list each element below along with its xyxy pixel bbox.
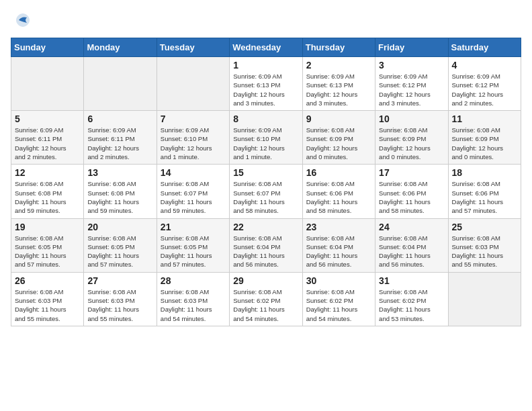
day-info: Sunrise: 6:08 AM Sunset: 6:03 PM Dayligh… [87, 287, 152, 323]
logo [11, 11, 32, 30]
day-info: Sunrise: 6:08 AM Sunset: 6:03 PM Dayligh… [452, 234, 517, 269]
day-number: 2 [306, 60, 371, 71]
weekday-header: Friday [375, 38, 448, 57]
day-number: 29 [233, 275, 298, 286]
calendar-cell [84, 57, 157, 111]
calendar-cell: 4Sunrise: 6:09 AM Sunset: 6:12 PM Daylig… [448, 57, 521, 111]
day-info: Sunrise: 6:09 AM Sunset: 6:10 PM Dayligh… [233, 126, 298, 161]
calendar-cell: 23Sunrise: 6:08 AM Sunset: 6:04 PM Dayli… [302, 218, 375, 272]
calendar-cell: 11Sunrise: 6:08 AM Sunset: 6:09 PM Dayli… [448, 111, 521, 165]
day-info: Sunrise: 6:08 AM Sunset: 6:02 PM Dayligh… [306, 287, 371, 323]
calendar-cell: 31Sunrise: 6:08 AM Sunset: 6:02 PM Dayli… [375, 272, 448, 326]
calendar-table: SundayMondayTuesdayWednesdayThursdayFrid… [11, 38, 521, 326]
calendar-cell: 28Sunrise: 6:08 AM Sunset: 6:03 PM Dayli… [157, 272, 229, 326]
calendar-cell: 18Sunrise: 6:08 AM Sunset: 6:06 PM Dayli… [448, 165, 521, 218]
day-number: 27 [87, 275, 152, 286]
day-number: 31 [379, 275, 444, 286]
day-number: 30 [306, 275, 371, 286]
day-info: Sunrise: 6:08 AM Sunset: 6:04 PM Dayligh… [233, 234, 298, 269]
day-info: Sunrise: 6:08 AM Sunset: 6:03 PM Dayligh… [161, 287, 226, 323]
day-number: 8 [233, 113, 298, 124]
calendar-cell: 16Sunrise: 6:08 AM Sunset: 6:06 PM Dayli… [302, 165, 375, 218]
calendar-cell: 1Sunrise: 6:09 AM Sunset: 6:13 PM Daylig… [230, 57, 302, 111]
calendar-cell: 8Sunrise: 6:09 AM Sunset: 6:10 PM Daylig… [230, 111, 302, 165]
day-number: 15 [233, 167, 298, 178]
calendar-cell: 9Sunrise: 6:08 AM Sunset: 6:09 PM Daylig… [302, 111, 375, 165]
calendar-cell: 3Sunrise: 6:09 AM Sunset: 6:12 PM Daylig… [375, 57, 448, 111]
weekday-header: Wednesday [230, 38, 302, 57]
calendar-week-row: 19Sunrise: 6:08 AM Sunset: 6:05 PM Dayli… [11, 218, 521, 272]
calendar-cell: 26Sunrise: 6:08 AM Sunset: 6:03 PM Dayli… [11, 272, 84, 326]
calendar-cell: 17Sunrise: 6:08 AM Sunset: 6:06 PM Dayli… [375, 165, 448, 218]
calendar-cell: 5Sunrise: 6:09 AM Sunset: 6:11 PM Daylig… [11, 111, 84, 165]
day-info: Sunrise: 6:08 AM Sunset: 6:04 PM Dayligh… [306, 234, 371, 269]
calendar-week-row: 5Sunrise: 6:09 AM Sunset: 6:11 PM Daylig… [11, 111, 521, 165]
day-number: 28 [161, 275, 226, 286]
calendar-cell [157, 57, 229, 111]
calendar-cell: 27Sunrise: 6:08 AM Sunset: 6:03 PM Dayli… [84, 272, 157, 326]
day-info: Sunrise: 6:09 AM Sunset: 6:12 PM Dayligh… [452, 72, 517, 107]
day-number: 23 [306, 222, 371, 232]
day-info: Sunrise: 6:09 AM Sunset: 6:10 PM Dayligh… [161, 126, 226, 161]
calendar-week-row: 12Sunrise: 6:08 AM Sunset: 6:08 PM Dayli… [11, 165, 521, 218]
day-number: 17 [379, 167, 444, 178]
day-number: 6 [87, 113, 152, 124]
calendar-cell: 12Sunrise: 6:08 AM Sunset: 6:08 PM Dayli… [11, 165, 84, 218]
day-number: 3 [379, 60, 444, 71]
day-number: 19 [15, 222, 80, 232]
day-info: Sunrise: 6:08 AM Sunset: 6:05 PM Dayligh… [15, 234, 80, 269]
calendar-cell: 7Sunrise: 6:09 AM Sunset: 6:10 PM Daylig… [157, 111, 229, 165]
day-number: 18 [452, 167, 517, 178]
calendar-cell [11, 57, 84, 111]
day-info: Sunrise: 6:08 AM Sunset: 6:03 PM Dayligh… [15, 287, 80, 323]
weekday-header: Tuesday [157, 38, 229, 57]
day-info: Sunrise: 6:08 AM Sunset: 6:08 PM Dayligh… [87, 179, 152, 215]
day-info: Sunrise: 6:08 AM Sunset: 6:06 PM Dayligh… [452, 179, 517, 215]
day-info: Sunrise: 6:09 AM Sunset: 6:11 PM Dayligh… [87, 126, 152, 161]
day-info: Sunrise: 6:09 AM Sunset: 6:13 PM Dayligh… [306, 72, 371, 107]
day-number: 26 [15, 275, 80, 286]
calendar-cell: 20Sunrise: 6:08 AM Sunset: 6:05 PM Dayli… [84, 218, 157, 272]
day-number: 4 [452, 60, 517, 71]
day-info: Sunrise: 6:08 AM Sunset: 6:06 PM Dayligh… [306, 179, 371, 215]
day-info: Sunrise: 6:08 AM Sunset: 6:04 PM Dayligh… [379, 234, 444, 269]
calendar-week-row: 1Sunrise: 6:09 AM Sunset: 6:13 PM Daylig… [11, 57, 521, 111]
day-info: Sunrise: 6:09 AM Sunset: 6:13 PM Dayligh… [233, 72, 298, 107]
day-number: 20 [87, 222, 152, 232]
day-number: 7 [161, 113, 226, 124]
weekday-header: Thursday [302, 38, 375, 57]
day-number: 22 [233, 222, 298, 232]
page-header [11, 11, 521, 30]
day-info: Sunrise: 6:08 AM Sunset: 6:09 PM Dayligh… [452, 126, 517, 161]
day-info: Sunrise: 6:08 AM Sunset: 6:02 PM Dayligh… [379, 287, 444, 323]
day-info: Sunrise: 6:08 AM Sunset: 6:08 PM Dayligh… [15, 179, 80, 215]
calendar-cell [448, 272, 521, 326]
day-info: Sunrise: 6:08 AM Sunset: 6:09 PM Dayligh… [306, 126, 371, 161]
calendar-cell: 2Sunrise: 6:09 AM Sunset: 6:13 PM Daylig… [302, 57, 375, 111]
day-number: 1 [233, 60, 298, 71]
weekday-header: Monday [84, 38, 157, 57]
calendar-cell: 21Sunrise: 6:08 AM Sunset: 6:05 PM Dayli… [157, 218, 229, 272]
calendar-cell: 24Sunrise: 6:08 AM Sunset: 6:04 PM Dayli… [375, 218, 448, 272]
calendar-cell: 14Sunrise: 6:08 AM Sunset: 6:07 PM Dayli… [157, 165, 229, 218]
calendar-week-row: 26Sunrise: 6:08 AM Sunset: 6:03 PM Dayli… [11, 272, 521, 326]
calendar-cell: 19Sunrise: 6:08 AM Sunset: 6:05 PM Dayli… [11, 218, 84, 272]
day-info: Sunrise: 6:08 AM Sunset: 6:07 PM Dayligh… [233, 179, 298, 215]
day-number: 25 [452, 222, 517, 232]
day-number: 14 [161, 167, 226, 178]
day-info: Sunrise: 6:08 AM Sunset: 6:06 PM Dayligh… [379, 179, 444, 215]
day-info: Sunrise: 6:08 AM Sunset: 6:05 PM Dayligh… [161, 234, 226, 269]
day-number: 5 [15, 113, 80, 124]
calendar-cell: 10Sunrise: 6:08 AM Sunset: 6:09 PM Dayli… [375, 111, 448, 165]
day-info: Sunrise: 6:08 AM Sunset: 6:02 PM Dayligh… [233, 287, 298, 323]
day-info: Sunrise: 6:08 AM Sunset: 6:07 PM Dayligh… [161, 179, 226, 215]
weekday-header: Sunday [11, 38, 84, 57]
day-info: Sunrise: 6:08 AM Sunset: 6:09 PM Dayligh… [379, 126, 444, 161]
day-number: 16 [306, 167, 371, 178]
day-number: 9 [306, 113, 371, 124]
day-info: Sunrise: 6:09 AM Sunset: 6:11 PM Dayligh… [15, 126, 80, 161]
day-info: Sunrise: 6:08 AM Sunset: 6:05 PM Dayligh… [87, 234, 152, 269]
calendar-cell: 15Sunrise: 6:08 AM Sunset: 6:07 PM Dayli… [230, 165, 302, 218]
calendar-cell: 30Sunrise: 6:08 AM Sunset: 6:02 PM Dayli… [302, 272, 375, 326]
calendar-header-row: SundayMondayTuesdayWednesdayThursdayFrid… [11, 38, 521, 57]
